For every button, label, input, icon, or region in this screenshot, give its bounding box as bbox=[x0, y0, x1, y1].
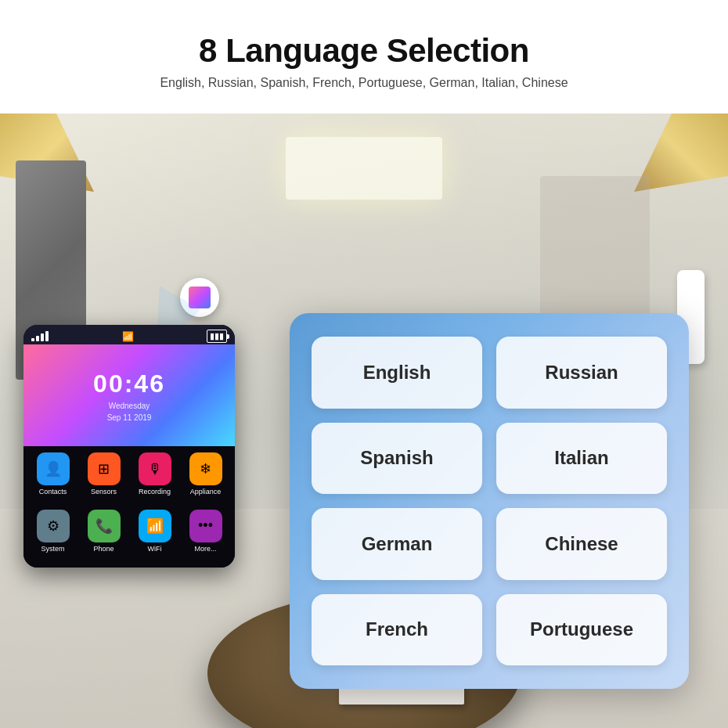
lang-btn-spanish[interactable]: Spanish bbox=[312, 423, 482, 495]
header-section: 8 Language Selection English, Russian, S… bbox=[0, 0, 728, 114]
phone-time: 00:46 bbox=[93, 369, 165, 398]
lang-btn-portuguese[interactable]: Portuguese bbox=[496, 594, 667, 666]
app-more...[interactable]: ••• More... bbox=[182, 510, 229, 562]
appliance-icon: ❄ bbox=[189, 452, 222, 485]
language-list: English, Russian, Spanish, French, Portu… bbox=[160, 76, 568, 90]
app-sensors[interactable]: ⊞ Sensors bbox=[81, 452, 127, 505]
lang-btn-english[interactable]: English bbox=[312, 337, 482, 409]
lang-btn-italian[interactable]: Italian bbox=[496, 423, 667, 495]
wifi-status-icon: 📶 bbox=[122, 331, 134, 342]
lang-btn-russian[interactable]: Russian bbox=[496, 337, 667, 409]
sensors-icon: ⊞ bbox=[88, 452, 121, 485]
app-system[interactable]: ⚙ System bbox=[30, 510, 76, 562]
wifi-label: WiFi bbox=[148, 545, 162, 553]
phone-apps-grid: 👤 Contacts ⊞ Sensors 🎙 Recording ❄ Appli… bbox=[23, 446, 235, 568]
app-wifi[interactable]: 📶 WiFi bbox=[132, 510, 178, 562]
system-icon: ⚙ bbox=[37, 510, 70, 542]
ceiling-light bbox=[286, 137, 442, 200]
phone-screen: 📶 ▮▮▮ 00:46 Wednesday Sep 11 2019 👤 Cont… bbox=[23, 325, 235, 568]
battery-icon: ▮▮▮ bbox=[207, 330, 227, 343]
shelf-area bbox=[540, 176, 650, 333]
status-bar: 📶 ▮▮▮ bbox=[23, 325, 235, 344]
lang-btn-french[interactable]: French bbox=[312, 594, 482, 666]
page-title: 8 Language Selection bbox=[199, 32, 529, 70]
recording-label: Recording bbox=[139, 488, 171, 496]
more...-icon: ••• bbox=[189, 510, 222, 542]
contacts-label: Contacts bbox=[39, 488, 67, 496]
appliance-label: Appliance bbox=[190, 488, 222, 496]
lang-btn-german[interactable]: German bbox=[312, 508, 482, 580]
signal-icon bbox=[31, 331, 49, 341]
phone-date: Sep 11 2019 bbox=[107, 413, 152, 422]
more...-label: More... bbox=[194, 545, 216, 553]
phone-icon: 📞 bbox=[88, 510, 121, 542]
room-background: 📶 ▮▮▮ 00:46 Wednesday Sep 11 2019 👤 Cont… bbox=[0, 114, 728, 728]
sensors-label: Sensors bbox=[91, 488, 117, 496]
phone-clock-area: 00:46 Wednesday Sep 11 2019 bbox=[23, 344, 235, 446]
lang-btn-chinese[interactable]: Chinese bbox=[496, 508, 667, 580]
app-contacts[interactable]: 👤 Contacts bbox=[30, 452, 76, 505]
recording-icon: 🎙 bbox=[139, 452, 171, 485]
contacts-icon: 👤 bbox=[37, 452, 70, 485]
phone-day: Wednesday bbox=[109, 402, 150, 410]
phone-label: Phone bbox=[93, 545, 114, 553]
wifi-icon: 📶 bbox=[139, 510, 171, 542]
app-phone[interactable]: 📞 Phone bbox=[81, 510, 127, 562]
app-appliance[interactable]: ❄ Appliance bbox=[182, 452, 229, 505]
language-panel: EnglishRussianSpanishItalianGermanChines… bbox=[290, 313, 689, 689]
app-recording[interactable]: 🎙 Recording bbox=[132, 452, 178, 505]
system-label: System bbox=[41, 545, 64, 553]
phone-device: 📶 ▮▮▮ 00:46 Wednesday Sep 11 2019 👤 Cont… bbox=[23, 325, 235, 568]
